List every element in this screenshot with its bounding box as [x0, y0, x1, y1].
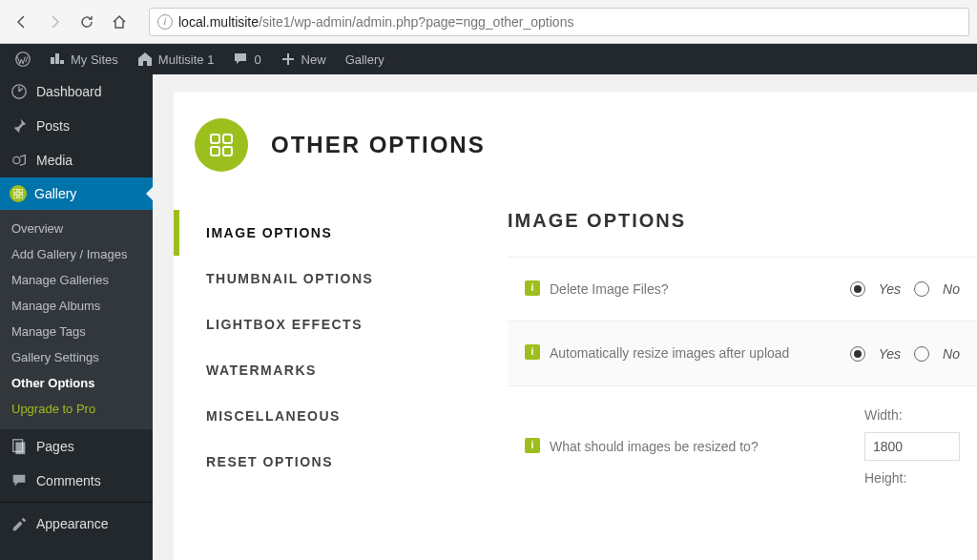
svg-rect-14	[223, 147, 232, 156]
pin-icon	[10, 116, 29, 135]
svg-rect-6	[19, 189, 23, 193]
site-info-icon[interactable]: i	[157, 14, 173, 30]
sidebar-item-pages[interactable]: Pages	[0, 429, 153, 464]
toolbar-my-sites[interactable]: My Sites	[40, 44, 128, 74]
svg-rect-13	[211, 147, 219, 156]
radio-yes[interactable]	[850, 281, 865, 297]
dashboard-icon	[10, 82, 29, 101]
sidebar-item-label: Appearance	[36, 516, 109, 531]
sub-item-other-options[interactable]: Other Options	[0, 370, 153, 396]
reload-button[interactable]	[73, 8, 101, 36]
toolbar-comments-count: 0	[254, 52, 260, 67]
sub-item-manage-galleries[interactable]: Manage Galleries	[0, 267, 153, 293]
svg-rect-7	[13, 195, 17, 198]
tab-image-options[interactable]: IMAGE OPTIONS	[174, 210, 508, 256]
url-text: local.multisite/site1/wp-admin/admin.php…	[178, 14, 573, 30]
setting-auto-resize: i Automatically resize images after uplo…	[508, 321, 977, 384]
browser-chrome: i local.multisite/site1/wp-admin/admin.p…	[0, 0, 977, 44]
sidebar-item-label: Pages	[36, 439, 74, 454]
setting-delete-files: i Delete Image Files? Yes No	[508, 257, 977, 321]
tab-miscellaneous[interactable]: MISCELLANEOUS	[174, 393, 508, 439]
toolbar-site-name[interactable]: Multisite 1	[128, 44, 224, 74]
dimension-fields: Width: Height:	[864, 407, 960, 486]
sidebar-item-comments[interactable]: Comments	[0, 464, 153, 498]
height-label: Height:	[864, 470, 960, 486]
width-label: Width:	[864, 407, 960, 423]
home-button[interactable]	[105, 8, 134, 36]
toolbar-gallery[interactable]: Gallery	[336, 44, 394, 74]
sub-item-upgrade[interactable]: Upgrade to Pro	[0, 396, 153, 422]
width-input[interactable]	[864, 432, 960, 461]
toolbar-comments[interactable]: 0	[223, 44, 270, 74]
sidebar-item-label: Posts	[36, 118, 70, 134]
sidebar-separator	[0, 502, 153, 503]
url-bar[interactable]: i local.multisite/site1/wp-admin/admin.p…	[149, 8, 969, 36]
svg-rect-2	[282, 58, 294, 60]
sidebar-item-label: Comments	[36, 473, 101, 488]
options-tabs: IMAGE OPTIONS THUMBNAIL OPTIONS LIGHTBOX…	[174, 210, 508, 507]
radio-group: Yes No	[850, 346, 960, 362]
sidebar-item-appearance[interactable]: Appearance	[0, 507, 153, 541]
toolbar-new-label: New	[301, 52, 326, 67]
toolbar-my-sites-label: My Sites	[71, 52, 118, 67]
home-icon	[137, 52, 153, 67]
media-icon	[10, 151, 29, 170]
toolbar-site-label: Multisite 1	[158, 52, 215, 67]
svg-point-4	[13, 156, 20, 163]
plus-icon	[281, 52, 296, 67]
svg-rect-8	[19, 195, 23, 198]
sub-item-gallery-settings[interactable]: Gallery Settings	[0, 344, 153, 370]
sub-item-manage-albums[interactable]: Manage Albums	[0, 293, 153, 319]
sidebar-item-label: Dashboard	[36, 84, 102, 99]
sidebar-item-posts[interactable]: Posts	[0, 109, 153, 143]
setting-label: i What should images be resized to?	[525, 436, 851, 457]
admin-sidebar: Dashboard Posts Media Gallery Overview A…	[0, 74, 153, 560]
forward-button[interactable]	[40, 8, 69, 36]
page-title: OTHER OPTIONS	[271, 132, 486, 158]
sub-item-overview[interactable]: Overview	[0, 216, 153, 241]
gallery-submenu: Overview Add Gallery / Images Manage Gal…	[0, 210, 153, 429]
toolbar-wp-logo[interactable]	[6, 44, 40, 74]
tab-lightbox-effects[interactable]: LIGHTBOX EFFECTS	[174, 301, 508, 347]
toolbar-gallery-label: Gallery	[345, 52, 385, 67]
back-button[interactable]	[8, 8, 36, 36]
setting-label: i Delete Image Files?	[525, 279, 837, 300]
pages-icon	[10, 437, 29, 456]
tab-watermarks[interactable]: WATERMARKS	[174, 347, 508, 393]
settings-panel: OTHER OPTIONS IMAGE OPTIONS THUMBNAIL OP…	[174, 92, 977, 560]
gallery-icon	[10, 185, 27, 202]
svg-rect-5	[13, 189, 17, 193]
setting-label: i Automatically resize images after uplo…	[525, 342, 837, 363]
setting-resize-to: i What should images be resized to? Widt…	[508, 385, 977, 507]
sidebar-item-media[interactable]: Media	[0, 143, 153, 177]
wp-admin-toolbar: My Sites Multisite 1 0 New Gallery	[0, 44, 977, 74]
sites-icon	[50, 52, 65, 67]
content-area: OTHER OPTIONS IMAGE OPTIONS THUMBNAIL OP…	[153, 74, 977, 560]
sidebar-item-gallery[interactable]: Gallery	[0, 177, 153, 210]
radio-group: Yes No	[850, 281, 960, 297]
svg-rect-12	[223, 135, 232, 143]
sidebar-item-label: Media	[36, 153, 73, 168]
tab-thumbnail-options[interactable]: THUMBNAIL OPTIONS	[174, 256, 508, 301]
comment-icon	[233, 52, 248, 67]
radio-no[interactable]	[914, 346, 929, 362]
sub-item-add-gallery[interactable]: Add Gallery / Images	[0, 241, 153, 267]
appearance-icon	[10, 514, 29, 533]
panel-body: IMAGE OPTIONS THUMBNAIL OPTIONS LIGHTBOX…	[174, 210, 977, 507]
tooltip-icon[interactable]: i	[525, 280, 540, 296]
sidebar-item-dashboard[interactable]: Dashboard	[0, 74, 153, 109]
svg-rect-11	[211, 135, 219, 143]
page-header: OTHER OPTIONS	[174, 118, 977, 210]
settings-section: IMAGE OPTIONS i Delete Image Files? Yes …	[508, 210, 977, 507]
radio-yes[interactable]	[850, 346, 865, 362]
sub-item-manage-tags[interactable]: Manage Tags	[0, 319, 153, 344]
page-header-icon	[195, 118, 248, 172]
tab-reset-options[interactable]: RESET OPTIONS	[174, 439, 508, 485]
radio-no[interactable]	[914, 281, 929, 297]
tooltip-icon[interactable]: i	[525, 438, 540, 453]
sidebar-item-label: Gallery	[34, 186, 76, 201]
toolbar-new[interactable]: New	[271, 44, 336, 74]
tooltip-icon[interactable]: i	[525, 344, 540, 360]
wordpress-icon	[15, 52, 31, 67]
section-title: IMAGE OPTIONS	[508, 210, 977, 232]
